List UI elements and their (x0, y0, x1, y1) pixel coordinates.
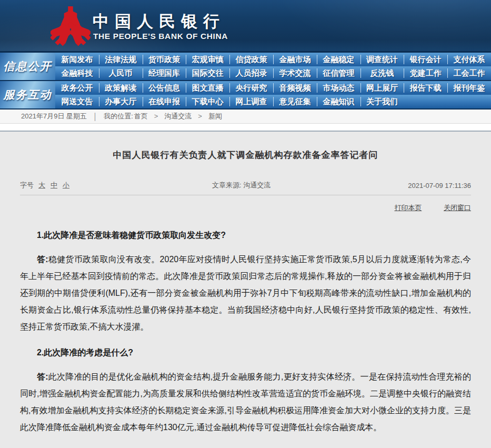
close-window-button[interactable]: 关闭窗口 (444, 204, 471, 212)
breadcrumb-arrow-icon: > (154, 112, 158, 120)
spacer (0, 124, 491, 131)
article-source: 文章来源: 沟通交流 (75, 181, 408, 190)
nav-item-报告下载[interactable]: 报告下载 (404, 81, 447, 95)
article-answer: 答:稳健货币政策取向没有改变。2020年应对疫情时人民银行坚持实施正常货币政策,… (20, 251, 471, 335)
fontsize-option-中[interactable]: 中 (51, 181, 57, 189)
nav-item-政务公开[interactable]: 政务公开 (55, 81, 99, 95)
location-prefix: 我的位置: (104, 112, 133, 121)
nav-item-市场动态[interactable]: 市场动态 (317, 81, 360, 95)
nav-label-service-interaction[interactable]: 服务互动 (0, 81, 55, 108)
nav-item-金融科技[interactable]: 金融科技 (55, 66, 99, 80)
nav-cell-empty (404, 95, 447, 108)
bank-name-english: THE PEOPLE'S BANK OF CHINA (93, 32, 228, 41)
fontsize-options: 大中小 (38, 181, 75, 190)
nav-item-图文直播[interactable]: 图文直播 (186, 81, 229, 95)
answer-lead: 答: (37, 255, 48, 264)
nav-cell-empty (447, 95, 491, 108)
nav-item-政策解读[interactable]: 政策解读 (99, 81, 143, 95)
nav-item-办事大厅[interactable]: 办事大厅 (99, 95, 143, 108)
nav-item-反洗钱[interactable]: 反洗钱 (360, 66, 404, 80)
nav-item-新闻发布[interactable]: 新闻发布 (55, 53, 99, 66)
site-header: 中国人民银行 THE PEOPLE'S BANK OF CHINA (0, 0, 491, 53)
breadcrumb-item-3[interactable]: 新闻 (208, 112, 222, 120)
article-meta: 字号 大中小 文章来源: 沟通交流 2021-07-09 17:11:36 (20, 181, 471, 195)
current-date: 2021年7月9日 星期五 (21, 112, 87, 121)
nav-item-支付体系[interactable]: 支付体系 (447, 53, 491, 66)
nav-item-学术交流[interactable]: 学术交流 (273, 66, 317, 80)
nav-item-关于我们[interactable]: 关于我们 (360, 95, 404, 108)
nav-item-金融知识[interactable]: 金融知识 (317, 95, 360, 108)
nav-item-下载中心[interactable]: 下载中心 (186, 95, 229, 108)
answer-lead: 答: (37, 372, 48, 381)
breadcrumb: 2021年7月9日 星期五 │ 我的位置: 首页>沟通交流>新闻 (0, 109, 491, 124)
nav-item-公告信息[interactable]: 公告信息 (143, 81, 186, 95)
article-body: 1.此次降准是否意味着稳健货币政策取向发生改变?答:稳健货币政策取向没有改变。2… (20, 227, 471, 448)
article-tools: 打印本页 关闭窗口 (20, 203, 471, 213)
main-navigation: 信息公开 新闻发布法律法规货币政策宏观审慎信贷政策金融市场金融稳定调查统计银行会… (0, 53, 491, 109)
source-label: 文章来源: (212, 181, 243, 189)
nav-item-法律法规[interactable]: 法律法规 (99, 53, 143, 66)
nav-item-网上展厅[interactable]: 网上展厅 (360, 81, 404, 95)
nav-item-在线申报[interactable]: 在线申报 (143, 95, 186, 108)
bank-name-chinese: 中国人民银行 (93, 11, 225, 33)
print-page-button[interactable]: 打印本页 (394, 204, 422, 212)
fontsize-label: 字号 (20, 181, 34, 190)
breadcrumb-separator: │ (93, 113, 97, 121)
article-question: 1.此次降准是否意味着稳健货币政策取向发生改变? (20, 227, 471, 244)
nav-item-金融稳定[interactable]: 金融稳定 (317, 53, 360, 66)
nav-section-service-interaction: 服务互动 政务公开政策解读公告信息图文直播央行研究音频视频市场动态网上展厅报告下… (0, 81, 491, 109)
breadcrumb-items: 首页>沟通交流>新闻 (133, 112, 223, 121)
nav-item-宏观审慎[interactable]: 宏观审慎 (186, 53, 229, 66)
breadcrumb-item-1[interactable]: 首页 (134, 112, 148, 120)
article-container: 中国人民银行有关负责人就下调金融机构存款准备金率答记者问 字号 大中小 文章来源… (0, 132, 491, 448)
pboc-logo-icon (51, 4, 91, 49)
nav-item-人员招录[interactable]: 人员招录 (229, 66, 273, 80)
nav-item-网上调查[interactable]: 网上调查 (229, 95, 273, 108)
nav-label-info-disclosure[interactable]: 信息公开 (0, 53, 55, 80)
article-title: 中国人民银行有关负责人就下调金融机构存款准备金率答记者问 (20, 132, 471, 161)
breadcrumb-arrow-icon: > (198, 112, 202, 120)
article-answer: 答:此次降准的目的是优化金融机构的资金结构,提升金融服务能力,更好支持实体经济。… (20, 369, 471, 436)
fontsize-option-大[interactable]: 大 (38, 181, 45, 189)
nav-row: 政务公开政策解读公告信息图文直播央行研究音频视频市场动态网上展厅报告下载报刊年鉴 (55, 81, 491, 95)
nav-item-经理国库[interactable]: 经理国库 (143, 66, 186, 80)
nav-item-意见征集[interactable]: 意见征集 (273, 95, 317, 108)
nav-item-金融市场[interactable]: 金融市场 (273, 53, 317, 66)
nav-item-征信管理[interactable]: 征信管理 (317, 66, 360, 80)
article-question: 2.此次降准的考虑是什么? (20, 344, 471, 361)
nav-item-人民币[interactable]: 人民币 (99, 66, 143, 80)
nav-item-国际交往[interactable]: 国际交往 (186, 66, 229, 80)
source-value[interactable]: 沟通交流 (243, 181, 270, 189)
breadcrumb-item-2[interactable]: 沟通交流 (164, 112, 192, 120)
article-question: 3.此次降准释放多少资金? (20, 445, 471, 448)
nav-item-工会工作[interactable]: 工会工作 (447, 66, 491, 80)
nav-item-报刊年鉴[interactable]: 报刊年鉴 (447, 81, 491, 95)
nav-item-信贷政策[interactable]: 信贷政策 (229, 53, 273, 66)
article-datetime: 2021-07-09 17:11:36 (408, 182, 471, 190)
nav-row: 新闻发布法律法规货币政策宏观审慎信贷政策金融市场金融稳定调查统计银行会计支付体系 (55, 53, 491, 66)
nav-item-网送文告[interactable]: 网送文告 (55, 95, 99, 108)
nav-item-音频视频[interactable]: 音频视频 (273, 81, 317, 95)
nav-row: 金融科技人民币经理国库国际交往人员招录学术交流征信管理反洗钱党建工作工会工作 (55, 66, 491, 80)
fontsize-option-小[interactable]: 小 (63, 181, 69, 189)
nav-item-调查统计[interactable]: 调查统计 (360, 53, 404, 66)
nav-item-银行会计[interactable]: 银行会计 (404, 53, 447, 66)
nav-item-党建工作[interactable]: 党建工作 (404, 66, 447, 80)
nav-row: 网送文告办事大厅在线申报下载中心网上调查意见征集金融知识关于我们 (55, 95, 491, 108)
nav-section-info-disclosure: 信息公开 新闻发布法律法规货币政策宏观审慎信贷政策金融市场金融稳定调查统计银行会… (0, 53, 491, 81)
nav-item-央行研究[interactable]: 央行研究 (229, 81, 273, 95)
nav-item-货币政策[interactable]: 货币政策 (143, 53, 186, 66)
